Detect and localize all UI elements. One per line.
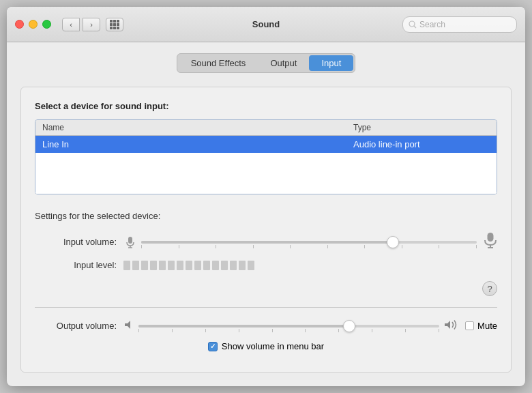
- tab-sound-effects[interactable]: Sound Effects: [179, 55, 258, 71]
- mute-label: Mute: [477, 321, 497, 331]
- mic-large-icon: [484, 232, 497, 252]
- grid-button[interactable]: [106, 18, 123, 31]
- close-button[interactable]: [15, 20, 24, 29]
- show-volume-checkbox[interactable]: ✓: [208, 342, 218, 351]
- header-name: Name: [42, 123, 353, 132]
- input-volume-row: Input volume:: [35, 232, 497, 252]
- table-row[interactable]: Line In Audio line-in port: [35, 136, 497, 153]
- input-level-row: Input level:: [35, 260, 497, 270]
- level-bars: [123, 261, 254, 270]
- show-volume-label: Show volume in menu bar: [222, 341, 324, 351]
- level-bar-1: [123, 261, 130, 270]
- help-button[interactable]: ?: [482, 281, 497, 296]
- minimize-button[interactable]: [29, 20, 38, 29]
- search-box[interactable]: Search: [402, 16, 517, 33]
- table-header: Name Type: [35, 120, 497, 136]
- level-bar-13: [230, 261, 237, 270]
- forward-button[interactable]: ›: [83, 18, 100, 31]
- input-volume-slider[interactable]: [141, 241, 477, 244]
- level-bar-11: [212, 261, 219, 270]
- level-bar-6: [168, 261, 175, 270]
- svg-rect-5: [488, 233, 494, 242]
- tab-output[interactable]: Output: [258, 55, 309, 71]
- level-bar-3: [141, 261, 148, 270]
- level-bar-7: [177, 261, 183, 270]
- svg-marker-8: [125, 321, 130, 329]
- settings-title: Settings for the selected device:: [35, 211, 497, 221]
- svg-point-0: [409, 21, 415, 27]
- output-volume-slider[interactable]: [138, 325, 439, 328]
- search-placeholder: Search: [419, 20, 445, 29]
- level-bar-12: [221, 261, 228, 270]
- level-bar-5: [159, 261, 166, 270]
- titlebar: ‹ › Sound Search: [7, 7, 525, 42]
- table-body: Line In Audio line-in port: [35, 136, 497, 194]
- window-title: Sound: [252, 19, 280, 29]
- settings-section: Settings for the selected device: Input …: [35, 211, 497, 296]
- tab-input[interactable]: Input: [309, 55, 353, 71]
- input-level-label: Input level:: [35, 260, 117, 270]
- settings-panel: Select a device for sound input: Name Ty…: [20, 87, 512, 373]
- level-bar-2: [132, 261, 139, 270]
- cell-type: Audio line-in port: [353, 139, 490, 149]
- divider: [35, 307, 497, 308]
- level-bar-9: [194, 261, 201, 270]
- mute-checkbox-row: Mute: [465, 321, 497, 331]
- tab-bar: Sound Effects Output Input: [177, 53, 356, 73]
- level-bar-10: [203, 261, 210, 270]
- mute-checkbox[interactable]: [465, 321, 474, 330]
- traffic-lights: [15, 20, 51, 29]
- output-volume-row: Output volume:: [35, 319, 497, 333]
- mic-small-icon: [123, 236, 137, 248]
- back-button[interactable]: ‹: [62, 18, 80, 31]
- device-table: Name Type Line In Audio line-in port: [35, 119, 497, 194]
- level-bar-4: [150, 261, 157, 270]
- panel-title: Select a device for sound input:: [35, 101, 497, 111]
- main-window: ‹ › Sound Search Sound Effects Output In…: [7, 7, 525, 386]
- cell-name: Line In: [42, 139, 353, 149]
- svg-line-1: [414, 26, 416, 28]
- checkmark-icon: ✓: [210, 343, 216, 350]
- vol-small-icon: [123, 319, 134, 332]
- output-volume-label: Output volume:: [35, 321, 117, 331]
- input-volume-label: Input volume:: [35, 237, 117, 247]
- search-icon: [409, 20, 417, 29]
- grid-icon: [110, 20, 119, 29]
- svg-marker-9: [445, 321, 450, 329]
- show-volume-row: ✓ Show volume in menu bar: [35, 341, 497, 351]
- content-area: Sound Effects Output Input Select a devi…: [7, 42, 525, 386]
- header-type: Type: [353, 123, 490, 132]
- level-bar-14: [239, 261, 246, 270]
- vol-large-icon: [443, 319, 458, 333]
- maximize-button[interactable]: [42, 20, 51, 29]
- nav-buttons: ‹ ›: [62, 18, 100, 31]
- svg-rect-2: [128, 237, 132, 244]
- level-bar-8: [186, 261, 192, 270]
- level-bar-15: [248, 261, 254, 270]
